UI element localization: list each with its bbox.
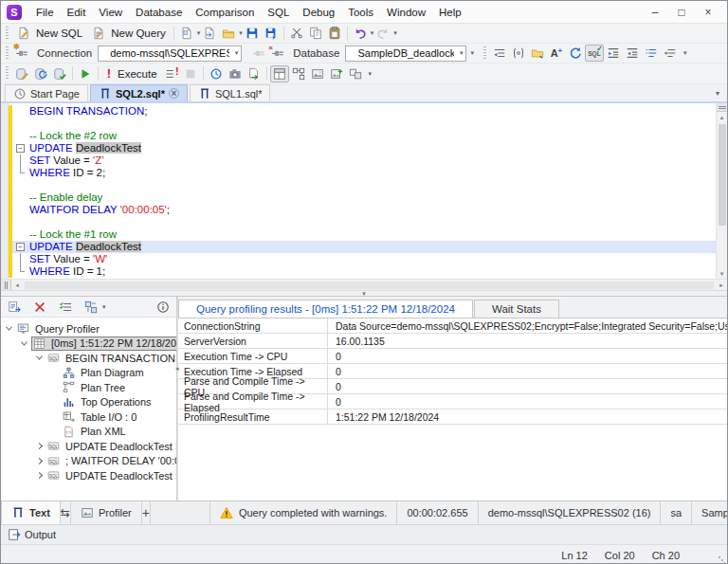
toolbar-overflow-caret-icon[interactable]: ▾ [369, 70, 373, 78]
checklist-icon[interactable] [56, 299, 75, 316]
tree-item-top-operations[interactable]: Top Operations [1, 395, 176, 410]
tab-list-caret-icon[interactable]: ▾ [716, 89, 725, 101]
uncomment-icon[interactable] [661, 45, 680, 62]
results-tab-profiling[interactable]: Query profiling results - [0ms] 1:51:22 … [178, 300, 473, 318]
doc-tab-sql2sql[interactable]: SQL2.sql*× [90, 84, 188, 101]
editor-line[interactable] [9, 118, 716, 130]
editor-vertical-scrollbar[interactable]: ▴ ▾ [716, 103, 727, 279]
menu-item-sql[interactable]: SQL [261, 4, 296, 21]
editor-hsplit-handle[interactable] [1, 280, 11, 291]
execute-button[interactable]: ! Execute [101, 64, 162, 83]
open-file-icon[interactable] [200, 25, 219, 42]
delete-result-icon[interactable] [30, 299, 49, 316]
menu-item-help[interactable]: Help [432, 4, 468, 21]
editor-results-splitter[interactable]: ▾ [1, 290, 727, 297]
results-row[interactable]: ServerVersion16.00.1135 [178, 334, 728, 349]
results-tab-waitstats[interactable]: Wait Stats [474, 300, 559, 318]
execute-play-icon[interactable] [76, 65, 95, 82]
profiler-camera-icon[interactable] [226, 65, 245, 82]
compare-snapshots-icon[interactable] [346, 65, 365, 82]
tab-text-view[interactable]: Text [1, 501, 61, 524]
close-tab-icon[interactable]: × [169, 88, 179, 99]
scroll-down-icon[interactable]: ▾ [717, 268, 728, 279]
cut-icon[interactable] [287, 25, 306, 42]
editor-line[interactable]: WHERE ID = 1; [9, 265, 716, 278]
save-icon[interactable] [243, 25, 262, 42]
tree-item-sql-statement[interactable]: SQL; WAITFOR DELAY '00:00:05'; [1, 454, 176, 469]
editor-line[interactable]: −UPDATE DeadlockTest [9, 142, 716, 155]
stop-icon[interactable] [181, 65, 200, 82]
menu-item-view[interactable]: View [92, 4, 129, 21]
tree-item-profile-session[interactable]: [0ms] 1:51:22 PM 12/18/2024 [1, 337, 176, 352]
compare-results-icon[interactable] [82, 299, 100, 316]
new-query-button[interactable]: New Query [87, 24, 171, 43]
toolbar-overflow-caret-icon[interactable]: ▾ [470, 49, 474, 57]
tree-expander-icon[interactable] [36, 472, 43, 479]
snippet-icon[interactable] [528, 45, 547, 62]
editor-line[interactable]: -- Lock the #1 row [9, 228, 716, 241]
output-bar[interactable]: Output [1, 524, 727, 544]
toolbar-grip[interactable] [6, 66, 9, 81]
toolbar-overflow-caret-icon[interactable]: ▾ [683, 49, 687, 57]
open-folder-icon[interactable] [219, 25, 238, 42]
execute-script-icon[interactable]: ! [162, 65, 181, 82]
tab-profiler-view[interactable]: Profiler [71, 501, 142, 524]
tree-item-plan-xml[interactable]: <>Plan XML [1, 425, 176, 440]
splitter-collapse-icon[interactable]: ▾ [362, 291, 366, 296]
redo-icon[interactable] [373, 25, 392, 42]
new-document-icon[interactable] [177, 25, 196, 42]
scrollbar-thumb[interactable] [25, 282, 714, 289]
connection-combobox[interactable]: demo-mssql\SQLEXPRESS02 ▾ [98, 45, 242, 62]
editor-line[interactable] [9, 179, 716, 191]
tree-item-plan-diagram[interactable]: Plan Diagram [1, 366, 176, 381]
disconnect-icon[interactable]: × [268, 45, 287, 62]
indent-icon[interactable] [623, 45, 642, 62]
brackets-icon[interactable] [509, 45, 528, 62]
results-row[interactable]: Parse and Compile Time -> Elapsed0 [178, 394, 728, 409]
plan-picture-icon[interactable] [308, 65, 327, 82]
editor-line[interactable]: WAITFOR DELAY '00:00:05'; [9, 204, 716, 216]
connection-combo-caret-icon[interactable]: ▾ [235, 49, 239, 57]
undo-icon[interactable] [351, 25, 370, 42]
add-view-button[interactable]: + [142, 501, 151, 524]
refresh-database-icon[interactable] [31, 65, 50, 82]
edit-database-icon[interactable] [12, 65, 31, 82]
close-button[interactable]: × [695, 3, 721, 22]
editor-line[interactable]: -- Lock the #2 row [9, 130, 716, 142]
editor-line[interactable]: WHERE ID = 2; [9, 167, 716, 179]
copy-icon[interactable] [306, 25, 325, 42]
outdent-icon[interactable] [604, 45, 623, 62]
new-sql-button[interactable]: New SQL [12, 24, 87, 43]
save-all-icon[interactable] [262, 25, 281, 42]
tree-expander-icon[interactable] [21, 338, 27, 345]
swap-views-button[interactable]: ⇆ [61, 501, 71, 524]
tree-item-sql-statement[interactable]: SQLUPDATE DeadlockTest SET ... [1, 468, 176, 483]
new-connection-icon[interactable]: ✱ [12, 45, 31, 62]
menu-item-window[interactable]: Window [380, 4, 432, 21]
history-icon[interactable] [207, 65, 226, 82]
tree-expander-icon[interactable] [36, 443, 43, 449]
format-document-icon[interactable] [490, 45, 509, 62]
doc-tab-sql1sql[interactable]: SQL1.sql* [190, 84, 271, 101]
results-row[interactable]: Execution Time -> CPU0 [178, 349, 728, 364]
scrollbar-thumb[interactable] [719, 124, 726, 226]
editor-split-handle[interactable] [717, 103, 728, 112]
editor-horizontal-scrollbar[interactable]: ◂ ▸ [1, 279, 727, 290]
tree-expander-icon[interactable] [36, 354, 43, 360]
redo-caret-icon[interactable]: ▾ [393, 29, 397, 37]
fold-collapse-icon[interactable]: − [16, 144, 25, 153]
profiling-mode-icon[interactable] [270, 65, 289, 82]
check-database-icon[interactable] [50, 65, 69, 82]
toolbar-grip[interactable] [483, 46, 486, 61]
compare-results-caret-icon[interactable]: ▾ [102, 303, 106, 311]
menu-item-debug[interactable]: Debug [296, 4, 341, 21]
toolbar-grip[interactable] [6, 46, 9, 61]
splitter-collapse-left-icon[interactable]: ◂ [175, 365, 179, 373]
minimize-button[interactable]: – [642, 3, 668, 22]
results-row[interactable]: ConnectionStringData Source=demo-mssql\S… [178, 318, 728, 334]
scroll-left-icon[interactable]: ◂ [11, 280, 23, 290]
editor-line[interactable]: BEGIN TRANSACTION; [9, 105, 716, 118]
paste-icon[interactable] [325, 25, 344, 42]
database-combobox[interactable]: SampleDB_deadlock ▾ [345, 45, 466, 62]
maximize-button[interactable]: □ [668, 3, 695, 22]
